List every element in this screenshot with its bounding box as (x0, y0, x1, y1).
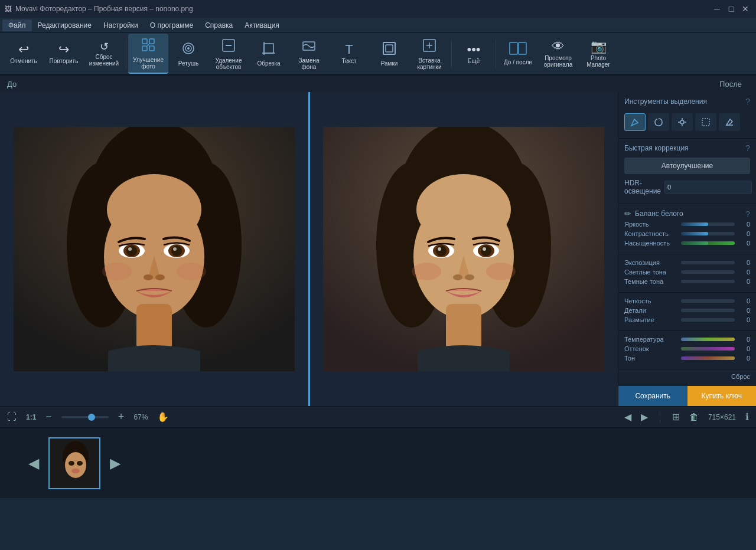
svg-rect-20 (519, 42, 526, 54)
svg-point-55 (481, 245, 491, 256)
details-track[interactable] (681, 309, 735, 312)
retouch-label: Ретушь (178, 60, 198, 67)
svg-rect-19 (510, 42, 517, 54)
svg-point-58 (465, 274, 474, 280)
delete-image-button[interactable]: 🗑 (689, 412, 699, 423)
fit-screen-button[interactable]: ⛶ (7, 412, 17, 423)
reset-button[interactable]: ↺ Сброс изменений (84, 34, 124, 74)
prev-image-button[interactable]: ◀ (624, 411, 631, 423)
maximize-button[interactable]: □ (725, 3, 737, 15)
remove-icon (221, 38, 236, 55)
enhance-button[interactable]: Улучшение фото (128, 34, 168, 74)
after-label: После (374, 80, 749, 89)
contrast-track[interactable] (681, 232, 735, 235)
photo-mgr-button[interactable]: 📷 Photo Manager (578, 34, 618, 74)
strip-next-button[interactable]: ▶ (105, 450, 125, 476)
after-photo-panel (310, 92, 618, 406)
menu-file[interactable]: Файл (2, 19, 32, 31)
insert-icon (422, 38, 437, 55)
sharpness-value: 0 (738, 297, 750, 305)
quick-correction-help-button[interactable]: ? (745, 143, 750, 153)
crop-button[interactable]: Обрезка (249, 34, 289, 74)
zoom-slider[interactable] (61, 416, 109, 418)
brightness-value: 0 (738, 221, 750, 228)
gallery-view-button[interactable]: ⊞ (672, 411, 680, 423)
blur-label: Размытие (624, 316, 677, 323)
close-button[interactable]: ✕ (739, 3, 751, 15)
view-orig-button[interactable]: 👁 Просмотр оригинала (538, 34, 578, 74)
before-after-button[interactable]: До / после (498, 34, 538, 74)
canvas-wrapper[interactable] (0, 92, 618, 406)
exposure-value: 0 (738, 259, 750, 266)
auto-enhance-button[interactable]: Автоулучшение (624, 158, 750, 174)
image-info-button[interactable]: ℹ (745, 411, 749, 423)
next-image-button[interactable]: ▶ (641, 411, 648, 423)
selection-help-button[interactable]: ? (745, 97, 750, 106)
shadows-label: Темные тона (624, 278, 677, 285)
undo-label: Отменить (10, 58, 37, 64)
menu-activate[interactable]: Активация (239, 19, 285, 31)
shadows-track[interactable] (681, 280, 735, 283)
menu-edit[interactable]: Редактирование (32, 19, 97, 31)
undo-button[interactable]: ↩ Отменить (4, 34, 44, 74)
remove-button[interactable]: Удаление объектов (208, 34, 249, 74)
zoom-out-button[interactable]: − (45, 411, 52, 423)
highlights-track[interactable] (681, 270, 735, 274)
lasso-select-button[interactable] (648, 113, 669, 131)
menu-help[interactable]: Справка (199, 19, 239, 31)
replace-bg-button[interactable]: Замена фона (289, 34, 329, 74)
save-button[interactable]: Сохранить (618, 386, 687, 406)
zoom-in-button[interactable]: + (118, 411, 125, 423)
replace-bg-icon (301, 38, 317, 55)
tint-row: Оттенок 0 (624, 345, 750, 352)
sharpness-track[interactable] (681, 299, 735, 303)
rect-select-button[interactable] (695, 113, 716, 131)
magic-select-button[interactable] (672, 113, 693, 131)
text-button[interactable]: T Текст (329, 34, 369, 74)
svg-point-27 (107, 174, 201, 245)
details-value: 0 (738, 307, 750, 314)
saturation-track[interactable] (681, 241, 735, 245)
pen-select-button[interactable] (624, 113, 646, 131)
buy-button[interactable]: Купить ключ (687, 386, 757, 406)
svg-point-32 (128, 247, 132, 251)
highlights-row: Светлые тона 0 (624, 269, 750, 276)
title-text: Movavi Фоторедактор – Пробная версия – n… (15, 5, 193, 13)
temperature-label: Температура (624, 336, 677, 343)
undo-icon: ↩ (18, 43, 29, 56)
svg-point-57 (453, 274, 462, 280)
menu-about[interactable]: О программе (144, 19, 199, 31)
retouch-button[interactable]: Ретушь (168, 34, 208, 74)
frames-label: Рамки (381, 60, 398, 67)
insert-button[interactable]: Вставка картинки (409, 34, 449, 74)
brightness-track[interactable] (681, 222, 735, 226)
thumbnail-item-0[interactable] (48, 437, 100, 489)
menu-settings[interactable]: Настройки (97, 19, 144, 31)
titlebar: 🖼 Movavi Фоторедактор – Пробная версия –… (0, 0, 756, 18)
blur-track[interactable] (681, 318, 735, 322)
blur-row: Размытие 0 (624, 316, 750, 323)
enhance-icon (141, 37, 156, 55)
exposure-label: Экспозиция (624, 259, 677, 266)
redo-button[interactable]: ↪ Повторить (44, 34, 84, 74)
quick-correction-section: Быстрая коррекция ? Автоулучшение HDR-ос… (618, 139, 756, 204)
frames-button[interactable]: Рамки (369, 34, 409, 74)
erase-select-button[interactable] (719, 113, 740, 131)
temperature-track[interactable] (681, 338, 735, 341)
photo-mgr-icon: 📷 (591, 40, 607, 53)
zoom-1to1-button[interactable]: 1:1 (26, 413, 36, 421)
hdr-input[interactable] (664, 181, 752, 194)
tint-track[interactable] (681, 347, 735, 351)
minimize-button[interactable]: ─ (711, 3, 723, 15)
hand-tool-button[interactable]: ✋ (157, 411, 169, 423)
wb-help-button[interactable]: ? (746, 209, 750, 218)
more-button[interactable]: ••• Ещё (454, 34, 494, 74)
tone-track[interactable] (681, 356, 735, 360)
bottom-action-buttons: Сохранить Купить ключ (618, 386, 756, 406)
before-label: До (7, 80, 374, 89)
svg-point-73 (77, 461, 83, 466)
quick-correction-header: Быстрая коррекция ? (624, 143, 750, 153)
strip-prev-button[interactable]: ◀ (24, 450, 44, 476)
exposure-track[interactable] (681, 261, 735, 264)
temperature-value: 0 (738, 336, 750, 343)
